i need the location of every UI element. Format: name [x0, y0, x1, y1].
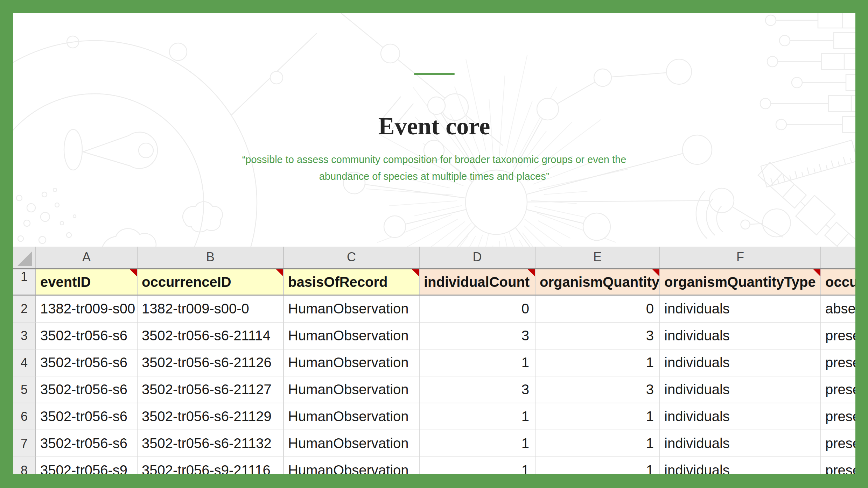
- cell-basisofrecord: HumanObservation: [284, 430, 420, 457]
- cell-basisofrecord: HumanObservation: [284, 403, 420, 430]
- slide-title: Event core: [13, 113, 855, 140]
- bubbles-icon: [16, 188, 76, 243]
- cell-occurrencestatus: present: [821, 323, 855, 349]
- select-all-corner: [13, 247, 36, 268]
- field-header-label: basisOfRecord: [288, 274, 388, 290]
- table-row: 8 3502-tr056-s9 3502-tr056-s9-21116 Huma…: [13, 457, 855, 474]
- cell-organismquantity: 0: [536, 296, 660, 323]
- cell-organismquantitytype: individuals: [660, 349, 821, 376]
- cell-organismquantitytype: individuals: [660, 296, 821, 323]
- row-number: 6: [13, 403, 36, 430]
- cell-occurrenceid: 3502-tr056-s6-21127: [138, 376, 284, 403]
- select-all-triangle-icon: [17, 250, 33, 267]
- column-header-b: B: [138, 247, 284, 268]
- comment-indicator-icon: [813, 269, 820, 276]
- cell-organismquantitytype: individuals: [660, 457, 821, 474]
- slide-quote: “possible to assess community compositio…: [13, 151, 855, 185]
- cell-organismquantitytype: individuals: [660, 376, 821, 403]
- field-header-label: organismQuantity: [540, 274, 659, 290]
- cell-individualcount: 1: [420, 349, 536, 376]
- row-number: 3: [13, 323, 36, 349]
- comment-indicator-icon: [130, 269, 137, 276]
- column-header-a: A: [36, 247, 138, 268]
- field-header-label: eventID: [40, 274, 91, 290]
- row-number: 7: [13, 430, 36, 457]
- cell-basisofrecord: HumanObservation: [284, 323, 420, 349]
- cell-basisofrecord: HumanObservation: [284, 296, 420, 323]
- row-number: 8: [13, 457, 36, 474]
- cell-organismquantitytype: individuals: [660, 430, 821, 457]
- field-header-basisofrecord: basisOfRecord: [284, 269, 420, 295]
- row-number: 5: [13, 376, 36, 403]
- cell-occurrencestatus: present: [821, 430, 855, 457]
- column-header-g: [821, 247, 855, 268]
- comment-indicator-icon: [276, 269, 283, 276]
- column-header-c: C: [284, 247, 420, 268]
- cell-occurrencestatus: absent: [821, 296, 855, 323]
- page-frame: Event core “possible to assess community…: [0, 0, 868, 488]
- slide: Event core “possible to assess community…: [13, 13, 855, 474]
- table-row: 7 3502-tr056-s6 3502-tr056-s6-21132 Huma…: [13, 430, 855, 457]
- cell-occurrencestatus: present: [821, 403, 855, 430]
- cell-organismquantitytype: individuals: [660, 403, 821, 430]
- field-header-label: organismQuantityType: [664, 274, 816, 290]
- cell-organismquantity: 3: [536, 376, 660, 403]
- comment-indicator-icon: [412, 269, 419, 276]
- cell-basisofrecord: HumanObservation: [284, 349, 420, 376]
- field-header-occurrencestatus: occurrenceStatus: [821, 269, 855, 295]
- cell-organismquantitytype: individuals: [660, 323, 821, 349]
- cell-occurrenceid: 1382-tr009-s00-0: [138, 296, 284, 323]
- quote-line-1: “possible to assess community compositio…: [13, 151, 855, 168]
- field-header-organismquantitytype: organismQuantityType: [660, 269, 821, 295]
- spreadsheet: A B C D E F 1 eventID occurrenceID basis…: [13, 247, 855, 474]
- cell-individualcount: 1: [420, 457, 536, 474]
- cell-individualcount: 3: [420, 376, 536, 403]
- cell-occurrenceid: 3502-tr056-s6-21129: [138, 403, 284, 430]
- cell-organismquantity: 3: [536, 323, 660, 349]
- cell-organismquantity: 1: [536, 430, 660, 457]
- field-header-organismquantity: organismQuantity: [536, 269, 660, 295]
- column-header-d: D: [420, 247, 536, 268]
- column-header-row: A B C D E F: [13, 247, 855, 269]
- field-header-occurrenceid: occurrenceID: [138, 269, 284, 295]
- row-number: 4: [13, 349, 36, 376]
- field-header-individualcount: individualCount: [420, 269, 536, 295]
- table-row: 5 3502-tr056-s6 3502-tr056-s6-21127 Huma…: [13, 376, 855, 403]
- cell-eventid: 3502-tr056-s6: [36, 403, 138, 430]
- cell-eventid: 3502-tr056-s9: [36, 457, 138, 474]
- field-header-label: occurrenceStatus: [825, 274, 855, 290]
- cell-occurrenceid: 3502-tr056-s9-21116: [138, 457, 284, 474]
- table-row: 2 1382-tr009-s00 1382-tr009-s00-0 HumanO…: [13, 296, 855, 323]
- cell-basisofrecord: HumanObservation: [284, 376, 420, 403]
- cell-eventid: 3502-tr056-s6: [36, 430, 138, 457]
- table-row: 6 3502-tr056-s6 3502-tr056-s6-21129 Huma…: [13, 403, 855, 430]
- cell-individualcount: 1: [420, 403, 536, 430]
- cell-basisofrecord: HumanObservation: [284, 457, 420, 474]
- cell-eventid: 3502-tr056-s6: [36, 349, 138, 376]
- cell-individualcount: 3: [420, 323, 536, 349]
- cell-eventid: 1382-tr009-s00: [36, 296, 138, 323]
- cell-eventid: 3502-tr056-s6: [36, 376, 138, 403]
- cell-eventid: 3502-tr056-s6: [36, 323, 138, 349]
- title-divider: [414, 73, 455, 75]
- cell-organismquantity: 1: [536, 349, 660, 376]
- field-header-row: 1 eventID occurrenceID basisOfRecord ind…: [13, 269, 855, 296]
- cell-individualcount: 0: [420, 296, 536, 323]
- quote-line-2: abundance of species at multiple times a…: [13, 168, 855, 185]
- table-row: 4 3502-tr056-s6 3502-tr056-s6-21126 Huma…: [13, 349, 855, 376]
- cell-occurrenceid: 3502-tr056-s6-21132: [138, 430, 284, 457]
- cell-occurrenceid: 3502-tr056-s6-21114: [138, 323, 284, 349]
- column-header-f: F: [660, 247, 821, 268]
- cell-organismquantity: 1: [536, 457, 660, 474]
- field-header-label: occurrenceID: [142, 274, 231, 290]
- cell-occurrencestatus: present: [821, 349, 855, 376]
- field-header-label: individualCount: [424, 274, 530, 290]
- row-number: 2: [13, 296, 36, 323]
- column-header-e: E: [536, 247, 660, 268]
- cell-individualcount: 1: [420, 430, 536, 457]
- table-row: 3 3502-tr056-s6 3502-tr056-s6-21114 Huma…: [13, 323, 855, 349]
- cell-occurrenceid: 3502-tr056-s6-21126: [138, 349, 284, 376]
- cell-organismquantity: 1: [536, 403, 660, 430]
- cell-occurrencestatus: present: [821, 457, 855, 474]
- comment-indicator-icon: [652, 269, 659, 276]
